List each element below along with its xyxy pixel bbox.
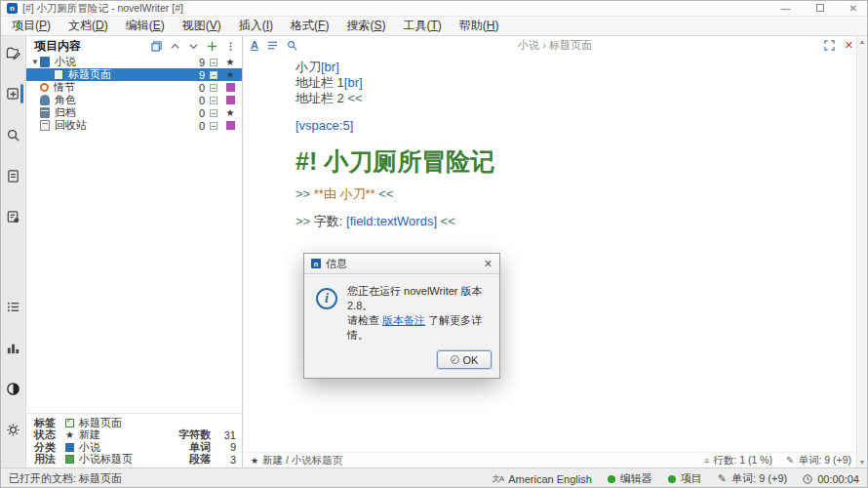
session-timer: 00:00:04 <box>803 473 859 485</box>
archive-icon <box>40 107 50 118</box>
status-flag-icon <box>222 96 238 104</box>
dialog-message: 您正在运行 novelWriter 版本 2.8。 请检查 版本备注 了解更多详… <box>347 284 490 343</box>
dialog-app-icon: n <box>311 259 321 268</box>
dialog-close-icon[interactable]: ✕ <box>484 258 493 270</box>
menu-d[interactable]: 文档(D) <box>59 16 117 36</box>
text-segment-txt: 小刀 <box>296 60 321 74</box>
editor-line: #! 小刀厕所冒险记 <box>296 145 848 177</box>
outline-list-icon[interactable] <box>5 298 22 315</box>
menu-p[interactable]: 项目(P) <box>3 16 59 36</box>
titlepage-icon <box>54 69 63 80</box>
stat-value: 31 <box>211 429 236 441</box>
scroll-up-icon[interactable]: ▲ <box>859 38 866 45</box>
editor-panel: A 小说 › 标题页面 ✕ 小刀[br]地址栏 1[br]地址栏 2 <<[vs… <box>243 36 867 468</box>
detail-row-用法: 用法小说标题页 <box>34 454 152 467</box>
word-count: 0 <box>183 107 205 119</box>
characters-icon <box>40 95 50 105</box>
project-panel: 项目内容 ▼小说9★标题页面9★情节0角色0归档0★回收站0 标签标题页面状态★… <box>26 36 243 468</box>
status-star-icon: ★ <box>222 70 238 80</box>
editor-scrollbar[interactable]: ▲ ▼ <box>856 36 867 468</box>
word-count: 9 <box>183 69 205 81</box>
project-status-dot-icon <box>668 475 676 483</box>
expand-arrow-icon[interactable]: ▼ <box>30 58 40 66</box>
theme-contrast-icon[interactable] <box>5 380 22 397</box>
doc-check-icon <box>65 419 74 427</box>
doc-green-icon <box>65 455 74 464</box>
word-count: 9 <box>183 57 205 68</box>
ok-button[interactable]: ✓ OK <box>437 350 492 369</box>
pen-icon: ✎ <box>786 455 794 466</box>
scroll-down-icon[interactable]: ▼ <box>859 459 866 466</box>
language-indicator[interactable]: 文AAmerican English <box>493 473 592 485</box>
minimize-button[interactable]: — <box>781 2 791 16</box>
text-segment-txt: 地址栏 1 <box>296 75 344 90</box>
maximize-button[interactable] <box>816 4 824 12</box>
trash-icon <box>40 120 50 131</box>
dialog-title-bar[interactable]: n 信息 ✕ <box>304 254 499 274</box>
dialog-title: 信息 <box>326 257 347 271</box>
add-item-icon[interactable] <box>207 41 217 52</box>
settings-gear-icon[interactable] <box>5 421 22 438</box>
close-document-icon[interactable]: ✕ <box>845 40 853 51</box>
quick-links-icon[interactable] <box>151 41 162 52</box>
text-segment-tag: [field:textWords] <box>346 214 437 228</box>
word-count: 0 <box>183 120 205 132</box>
menu-e[interactable]: 编辑(E) <box>117 16 174 36</box>
menu-t[interactable]: 工具(T) <box>394 16 450 36</box>
detail-value: 小说标题页 <box>79 452 133 467</box>
project-edit-icon[interactable] <box>5 44 22 61</box>
text-segment-fmt: ** <box>314 186 324 201</box>
editor-line: 小刀[br] <box>296 60 848 75</box>
active-checkbox-icon <box>205 122 222 130</box>
tree-item-回收站[interactable]: 回收站0 <box>26 119 242 132</box>
document-icon[interactable] <box>5 167 22 184</box>
menu-f[interactable]: 格式(F) <box>282 16 337 36</box>
move-down-icon[interactable] <box>188 41 199 52</box>
novel-view-icon[interactable] <box>5 85 22 102</box>
detail-label: 用法 <box>34 452 63 467</box>
document-tools-icon[interactable] <box>5 208 22 225</box>
document-details-panel: 标签标题页面状态★新建分类小说用法小说标题页 字符数31单词9段落3 <box>26 413 242 468</box>
project-panel-title: 项目内容 <box>34 38 81 55</box>
editor-line: >> **由 小刀** << <box>296 186 848 202</box>
window-title: [#] 小刀厕所冒险记 - novelWriter [#] <box>22 2 183 16</box>
stats-chart-icon[interactable] <box>5 339 22 356</box>
pen-icon: ✎ <box>718 472 727 485</box>
open-document-status: 已打开的文档: 标题页面 <box>9 471 122 486</box>
text-segment-mark: << <box>437 214 455 228</box>
menu-s[interactable]: 搜索(S) <box>337 16 394 36</box>
word-count: 0 <box>183 82 205 94</box>
status-bar: 已打开的文档: 标题页面 文AAmerican English 编辑器 项目 ✎… <box>1 468 867 488</box>
text-segment-htext: 小刀厕所冒险记 <box>324 147 494 175</box>
status-star-icon: ★ <box>222 58 238 67</box>
editor-footer: ★ 新建 / 小说标题页 ≡行数: 1 (1 %) ✎单词: 9 (+9) <box>243 452 867 468</box>
title-bar: n [#] 小刀厕所冒险记 - novelWriter [#] — ✕ <box>1 1 867 17</box>
text-segment-tag: [br] <box>344 75 363 90</box>
menu-v[interactable]: 视图(V) <box>174 16 230 36</box>
text-segment-fmt: 由 小刀 <box>324 186 366 201</box>
close-window-button[interactable]: ✕ <box>849 2 857 16</box>
editor-line: [vspace:5] <box>296 118 848 134</box>
active-view-indicator <box>20 84 23 103</box>
star-icon: ★ <box>65 430 74 439</box>
editor-line: 地址栏 1[br] <box>296 75 848 91</box>
text-segment-mark: << <box>347 91 362 105</box>
language-icon: 文A <box>493 473 503 484</box>
focus-mode-icon[interactable] <box>824 40 835 51</box>
search-icon[interactable] <box>5 126 22 143</box>
menu-i[interactable]: 插入(I) <box>230 16 282 36</box>
editor-line: 地址栏 2 << <box>296 91 848 106</box>
text-segment-tag: [vspace:5] <box>296 118 353 133</box>
move-up-icon[interactable] <box>170 41 180 52</box>
word-count: 0 <box>183 95 205 106</box>
active-checkbox-icon <box>205 59 222 66</box>
menu-h[interactable]: 帮助(H) <box>451 16 508 36</box>
editor-save-status: 编辑器 <box>608 471 652 486</box>
text-segment-tag: [br] <box>321 60 339 74</box>
status-flag-icon <box>222 83 238 92</box>
tool-sidebar <box>1 36 26 468</box>
release-notes-link[interactable]: 版本备注 <box>382 314 425 326</box>
more-menu-icon[interactable] <box>225 41 236 52</box>
active-checkbox-icon <box>205 109 222 117</box>
status-star-icon: ★ <box>222 108 238 118</box>
